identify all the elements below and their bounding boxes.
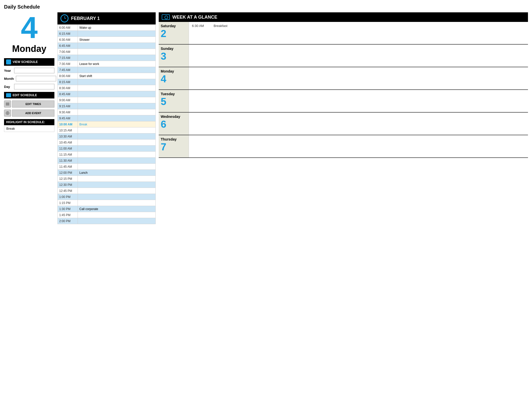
week-day-name: Wednesday — [161, 115, 187, 119]
schedule-time: 1:15 PM — [58, 200, 78, 206]
week-header: WEEK AT A GLANCE — [159, 12, 528, 22]
schedule-table: 6:00 AMWake up6:15 AM6:30 AMShower6:45 A… — [57, 24, 156, 224]
schedule-event — [78, 164, 156, 170]
schedule-event — [78, 55, 156, 61]
schedule-row: 12:15 PM — [58, 176, 156, 182]
day-number: 4 — [4, 12, 54, 43]
week-day-name: Tuesday — [161, 92, 187, 96]
svg-rect-0 — [6, 103, 9, 103]
week-day-info: Wednesday6 — [159, 113, 189, 135]
schedule-row: 6:00 AMWake up — [58, 25, 156, 31]
schedule-event: Start shift — [78, 73, 156, 79]
schedule-event — [78, 79, 156, 85]
week-day-events — [189, 45, 528, 67]
week-event: 6:30 AMBreakfast — [192, 24, 525, 28]
week-event-time: 6:30 AM — [192, 24, 210, 28]
schedule-header: FEBRUARY 1 — [57, 12, 156, 24]
schedule-time: 7:00 AM — [58, 49, 78, 55]
edit-times-icon — [4, 100, 11, 108]
week-day-info: Thursday7 — [159, 135, 189, 157]
week-day-name: Thursday — [161, 137, 187, 141]
week-day-row: Sunday3 — [159, 45, 528, 67]
schedule-row: 10:15 AM — [58, 127, 156, 133]
day-input[interactable] — [14, 84, 54, 89]
day-field-group: Day — [4, 84, 54, 89]
week-day-row: Wednesday6 — [159, 113, 528, 135]
schedule-time: 6:00 AM — [58, 25, 78, 31]
week-day-events — [189, 135, 528, 157]
week-day-events — [189, 113, 528, 135]
month-input[interactable] — [16, 76, 56, 81]
edit-times-button[interactable]: EDIT TIMES — [12, 100, 54, 108]
schedule-event — [78, 158, 156, 164]
week-day-name: Saturday — [161, 24, 187, 28]
schedule-time: 11:00 AM — [58, 146, 78, 152]
schedule-time: 10:00 AM — [58, 121, 78, 127]
schedule-time: 7:45 AM — [58, 67, 78, 73]
week-day-number: 2 — [161, 28, 187, 39]
schedule-time: 6:15 AM — [58, 31, 78, 37]
svg-rect-1 — [6, 104, 9, 104]
schedule-event — [78, 109, 156, 115]
schedule-time: 8:00 AM — [58, 73, 78, 79]
day-input-label: Day — [4, 85, 12, 89]
schedule-event: Wake up — [78, 25, 156, 31]
schedule-row: 8:30 AM — [58, 85, 156, 91]
schedule-event — [78, 133, 156, 140]
schedule-event: Call corporate — [78, 206, 156, 212]
schedule-row: 1:15 PM — [58, 200, 156, 206]
week-day-events — [189, 90, 528, 112]
schedule-row: 7:00 AM — [58, 49, 156, 55]
edit-schedule-header: EDIT SCHEDULE — [4, 92, 54, 98]
highlight-value: Break — [4, 125, 54, 132]
year-input[interactable] — [14, 68, 54, 73]
schedule-event: Leave for work — [78, 61, 156, 67]
week-day-row: Monday4 — [159, 67, 528, 90]
schedule-time: 8:15 AM — [58, 79, 78, 85]
schedule-event — [78, 182, 156, 188]
edit-times-row: EDIT TIMES — [4, 100, 54, 108]
schedule-event — [78, 152, 156, 158]
add-event-button[interactable]: ADD EVENT — [12, 110, 54, 117]
add-event-row: ADD EVENT — [4, 110, 54, 117]
schedule-time: 10:45 AM — [58, 140, 78, 146]
schedule-event: Lunch — [78, 170, 156, 176]
schedule-row: 9:15 AM — [58, 103, 156, 109]
schedule-time: 9:15 AM — [58, 103, 78, 109]
week-day-row: Thursday7 — [159, 135, 528, 158]
schedule-time: 1:30 PM — [58, 206, 78, 212]
week-day-info: Monday4 — [159, 67, 189, 89]
schedule-event — [78, 97, 156, 103]
week-day-number: 7 — [161, 141, 187, 152]
schedule-time: 6:30 AM — [58, 37, 78, 43]
schedule-event: Shower — [78, 37, 156, 43]
month-label: Month — [4, 77, 14, 81]
schedule-event — [78, 194, 156, 200]
add-event-icon — [4, 110, 11, 117]
schedule-row: 6:45 AM — [58, 43, 156, 49]
camera-icon — [162, 14, 170, 20]
week-day-info: Saturday2 — [159, 22, 189, 44]
schedule-event — [78, 140, 156, 146]
schedule-time: 11:30 AM — [58, 158, 78, 164]
schedule-row: 1:45 PM — [58, 212, 156, 218]
schedule-time: 1:45 PM — [58, 212, 78, 218]
view-schedule-header: VIEW SCHEDULE — [4, 58, 54, 66]
schedule-time: 12:00 PM — [58, 170, 78, 176]
schedule-event — [78, 146, 156, 152]
month-field-group: Month — [4, 76, 54, 81]
year-label: Year — [4, 69, 12, 73]
schedule-event — [78, 115, 156, 121]
week-day-row: Saturday26:30 AMBreakfast — [159, 22, 528, 45]
schedule-event — [78, 67, 156, 73]
schedule-row: 9:30 AM — [58, 109, 156, 115]
week-day-number: 6 — [161, 119, 187, 130]
schedule-event — [78, 49, 156, 55]
schedule-row: 8:00 AMStart shift — [58, 73, 156, 79]
schedule-time: 2:00 PM — [58, 218, 78, 224]
schedule-event — [78, 200, 156, 206]
schedule-time: 11:15 AM — [58, 152, 78, 158]
schedule-row: 10:30 AM — [58, 133, 156, 140]
schedule-time: 7:30 AM — [58, 61, 78, 67]
schedule-event — [78, 31, 156, 37]
